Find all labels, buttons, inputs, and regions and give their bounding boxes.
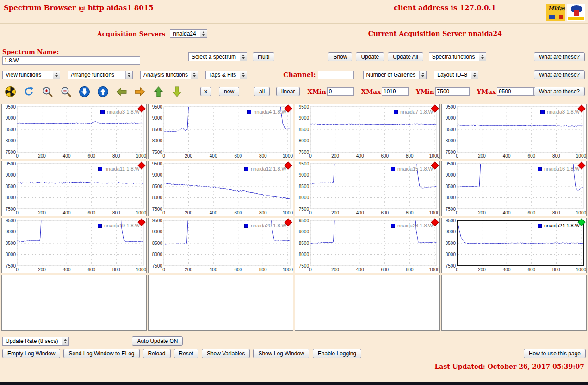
arrange-functions-select[interactable]: Arrange functions [68, 71, 133, 79]
scroll-up-icon[interactable] [97, 86, 109, 98]
update-button[interactable]: Update [356, 52, 384, 61]
svg-text:0: 0 [16, 267, 19, 272]
svg-text:9000: 9000 [152, 229, 163, 234]
svg-text:600: 600 [527, 153, 535, 159]
xmin-input[interactable] [327, 87, 354, 96]
channel-input[interactable] [318, 71, 354, 79]
svg-text:8000: 8000 [299, 195, 309, 200]
svg-text:7500: 7500 [6, 263, 16, 269]
all-button[interactable]: all [254, 87, 270, 96]
pan-left-icon[interactable] [115, 86, 127, 98]
scroll-down-icon[interactable] [78, 86, 90, 98]
auto-update-button[interactable]: Auto Update ON [132, 336, 183, 346]
svg-text:7500: 7500 [152, 207, 163, 212]
pan-right-icon[interactable] [134, 86, 146, 98]
refresh-icon[interactable] [23, 86, 35, 98]
svg-text:9500: 9500 [152, 104, 163, 110]
spectrum-chart-nnaida8[interactable]: 9500900085008000750002004006008001000nna… [441, 104, 587, 159]
new-button[interactable]: new [219, 87, 239, 96]
svg-text:8000: 8000 [299, 252, 309, 257]
legend-swatch-icon [100, 110, 105, 114]
spectrum-chart-nnaida7[interactable]: 9500900085008000750002004006008001000nna… [295, 104, 440, 159]
show-button[interactable]: Show [328, 52, 352, 61]
bottom-bar [0, 382, 588, 385]
spectrum-chart-nnaida19[interactable]: 9500900085008000750002004006008001000nna… [1, 218, 147, 273]
svg-text:400: 400 [503, 153, 511, 159]
radiation-icon[interactable] [4, 86, 16, 98]
svg-text:600: 600 [87, 210, 95, 215]
spectrum-chart-nnaida3[interactable]: 9500900085008000750002004006008001000nna… [1, 104, 147, 159]
svg-text:800: 800 [259, 210, 267, 215]
update-all-button[interactable]: Update All [388, 52, 423, 61]
multi-button[interactable]: multi [253, 52, 274, 61]
spectra-functions-select[interactable]: Spectra functions [429, 52, 486, 61]
spectrum-name-label: Spectrum Name: [2, 49, 142, 55]
spectrum-chart-nnaida23[interactable]: 9500900085008000750002004006008001000nna… [295, 218, 440, 273]
pan-up-icon[interactable] [152, 86, 164, 98]
view-functions-select[interactable]: View functions [2, 71, 60, 79]
svg-text:7500: 7500 [6, 150, 16, 155]
acquisition-server-select[interactable]: nnaida24 [170, 29, 207, 38]
send-log-window-button[interactable]: Send Log Window to ELog [63, 349, 139, 358]
what-are-these-button-3[interactable]: What are these? [534, 87, 585, 96]
acquisition-servers-label: Acquisition Servers [97, 30, 165, 37]
pan-down-icon[interactable] [171, 86, 183, 98]
legend-label: nnaida16 1.8.W [544, 166, 580, 171]
number-of-galleries-select[interactable]: Number of Galleries [363, 71, 427, 79]
chart-legend: nnaida15 1.8.W [391, 166, 433, 171]
svg-text:1000: 1000 [429, 267, 439, 272]
ymax-label: YMax [477, 88, 496, 95]
svg-text:800: 800 [406, 210, 414, 215]
ymax-input[interactable] [497, 87, 534, 96]
reload-button[interactable]: Reload [143, 349, 171, 358]
legend-swatch-icon [538, 167, 542, 171]
svg-text:9500: 9500 [6, 218, 16, 223]
svg-text:600: 600 [381, 267, 389, 272]
enable-logging-button[interactable]: Enable Logging [313, 349, 361, 358]
legend-swatch-icon [244, 167, 248, 171]
svg-text:600: 600 [87, 267, 95, 272]
spectrum-name-block: Spectrum Name: [2, 49, 142, 65]
spectrum-chart-nnaida12[interactable]: 9500900085008000750002004006008001000nna… [148, 161, 293, 216]
spectrum-chart-nnaida20[interactable]: 9500900085008000750002004006008001000nna… [148, 218, 293, 273]
svg-text:9000: 9000 [299, 229, 309, 234]
svg-text:7500: 7500 [446, 150, 456, 155]
spectrum-chart-nnaida24[interactable]: 9500900085008000750002004006008001000nna… [441, 218, 587, 273]
spectrum-chart-nnaida16[interactable]: 9500900085008000750002004006008001000nna… [441, 161, 587, 216]
toolbar-icons [4, 86, 183, 98]
select-a-spectrum-select[interactable]: Select a spectrum [188, 52, 247, 61]
tags-fits-select[interactable]: Tags & Fits [205, 71, 247, 79]
logos: Midas [546, 4, 585, 21]
show-log-window-button[interactable]: Show Log Window [253, 349, 309, 358]
xmax-input[interactable] [382, 87, 409, 96]
select-arrows-icon [240, 53, 247, 61]
legend-swatch-icon [538, 224, 542, 228]
ymin-input[interactable] [435, 87, 470, 96]
spectrum-chart-nnaida4[interactable]: 9500900085008000750002004006008001000nna… [148, 104, 293, 159]
legend-label: nnaida23 1.8.W [397, 223, 433, 228]
svg-text:8500: 8500 [446, 241, 456, 246]
layout-id-select[interactable]: Layout ID=8 [434, 71, 478, 79]
svg-text:0: 0 [162, 210, 165, 215]
zoom-in-icon[interactable] [41, 86, 53, 98]
spectrum-chart-nnaida15[interactable]: 9500900085008000750002004006008001000nna… [295, 161, 440, 216]
linear-button[interactable]: linear [276, 87, 300, 96]
midas-logo-blue-mark [549, 15, 555, 19]
what-are-these-button-1[interactable]: What are these? [534, 52, 585, 61]
x-button[interactable]: x [200, 87, 211, 96]
empty-gallery-cell [1, 275, 147, 331]
how-to-use-button[interactable]: How to use this page [524, 349, 586, 358]
empty-log-window-button[interactable]: Empty Log Window [2, 349, 60, 358]
svg-text:800: 800 [552, 267, 560, 272]
what-are-these-button-2[interactable]: What are these? [534, 70, 585, 79]
svg-text:8000: 8000 [152, 252, 163, 257]
svg-text:200: 200 [38, 153, 46, 159]
update-rate-select[interactable]: Update Rate (8 secs) [2, 337, 69, 346]
zoom-out-icon[interactable] [60, 86, 72, 98]
spectrum-chart-nnaida11[interactable]: 9500900085008000750002004006008001000nna… [1, 161, 147, 216]
svg-text:9500: 9500 [299, 161, 309, 166]
analysis-functions-select[interactable]: Analysis functions [140, 71, 198, 79]
reset-button[interactable]: Reset [174, 349, 198, 358]
spectrum-name-input[interactable] [2, 56, 140, 65]
show-variables-button[interactable]: Show Variables [202, 349, 250, 358]
